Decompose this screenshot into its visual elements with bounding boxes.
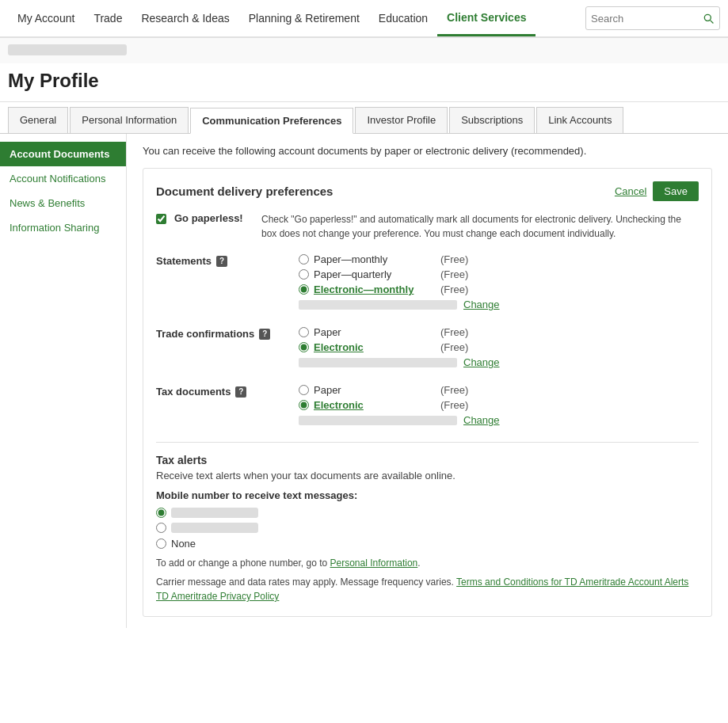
nav-education[interactable]: Education — [369, 0, 437, 36]
sidebar-item-account-notifications[interactable]: Account Notifications — [0, 166, 126, 191]
trade-conf-paper-row: Paper (Free) — [299, 326, 500, 338]
content-area: You can receive the following account do… — [127, 134, 728, 628]
trade-conf-electronic-radio[interactable] — [299, 342, 309, 352]
statements-section: Statements ? Paper—monthly (Free) Paper—… — [156, 253, 699, 310]
save-button[interactable]: Save — [653, 181, 699, 201]
tax-alerts-desc: Receive text alerts when your tax docume… — [156, 470, 699, 481]
main-content: Account Documents Account Notifications … — [0, 134, 728, 628]
nav-planning[interactable]: Planning & Retirement — [239, 0, 369, 36]
trade-conf-change-row: Change — [299, 356, 500, 368]
profile-tabs: General Personal Information Communicati… — [0, 102, 728, 134]
tax-docs-paper-price: (Free) — [440, 384, 488, 396]
page-title-bar: My Profile — [0, 63, 728, 102]
tax-docs-label: Tax documents — [156, 386, 231, 398]
privacy-link[interactable]: TD Ameritrade Privacy Policy — [156, 591, 279, 602]
delivery-prefs-header: Document delivery preferences Cancel Sav… — [156, 181, 699, 201]
terms-link[interactable]: Terms and Conditions for TD Ameritrade A… — [456, 576, 688, 588]
add-phone-note: To add or change a phone number, go to P… — [156, 557, 699, 569]
tab-personal-info[interactable]: Personal Information — [70, 107, 189, 133]
tax-docs-change-row: Change — [299, 414, 500, 426]
tab-investor-profile[interactable]: Investor Profile — [355, 107, 448, 133]
sidebar-item-account-documents[interactable]: Account Documents — [0, 142, 126, 166]
top-nav: My Account Trade Research & Ideas Planni… — [0, 0, 728, 38]
statements-account-bar — [299, 300, 457, 310]
tab-general[interactable]: General — [8, 107, 68, 133]
tax-docs-change-link[interactable]: Change — [463, 414, 500, 426]
trade-confirmations-section: Trade confirmations ? Paper (Free) Elect… — [156, 326, 699, 368]
trade-conf-options: Paper (Free) Electronic (Free) Change — [299, 326, 500, 368]
phone-radio-none[interactable] — [156, 538, 166, 549]
tax-documents-section: Tax documents ? Paper (Free) Electronic … — [156, 384, 699, 426]
nav-client-services[interactable]: Client Services — [437, 0, 536, 36]
statements-paper-quarterly-radio[interactable] — [299, 269, 309, 280]
statements-paper-quarterly-label: Paper—quarterly — [314, 268, 440, 280]
go-paperless-checkbox[interactable] — [156, 214, 166, 224]
tax-docs-electronic-price: (Free) — [440, 399, 488, 411]
trade-conf-paper-price: (Free) — [440, 326, 488, 338]
tab-link-accounts[interactable]: Link Accounts — [536, 107, 623, 133]
trade-conf-electronic-price: (Free) — [440, 341, 488, 353]
trade-conf-account-bar — [299, 358, 457, 367]
tax-docs-account-bar — [299, 416, 457, 425]
trade-conf-label: Trade confirmations — [156, 328, 254, 340]
statements-paper-monthly-label: Paper—monthly — [314, 253, 440, 265]
statements-options: Paper—monthly (Free) Paper—quarterly (Fr… — [299, 253, 500, 310]
go-paperless-row: Go paperless! Check "Go paperless!" and … — [156, 212, 699, 241]
trade-conf-change-link[interactable]: Change — [463, 356, 500, 368]
page-title: My Profile — [8, 70, 720, 92]
tax-alerts-title: Tax alerts — [156, 454, 699, 466]
sidebar-item-information-sharing[interactable]: Information Sharing — [0, 215, 126, 240]
tab-communication-prefs[interactable]: Communication Preferences — [190, 108, 353, 134]
tax-docs-help-icon[interactable]: ? — [235, 386, 246, 398]
delivery-prefs-box: Document delivery preferences Cancel Sav… — [143, 168, 712, 617]
tax-docs-electronic-row: Electronic (Free) — [299, 399, 500, 411]
statements-help-icon[interactable]: ? — [216, 256, 227, 267]
phone-number-2 — [171, 523, 258, 533]
statements-paper-quarterly-price: (Free) — [440, 268, 488, 280]
statements-electronic-monthly-row: Electronic—monthly (Free) — [299, 283, 500, 295]
content-intro: You can receive the following account do… — [143, 145, 712, 157]
statements-paper-monthly-radio[interactable] — [299, 254, 309, 264]
phone-option-1 — [156, 508, 699, 518]
personal-info-link[interactable]: Personal Information — [330, 557, 418, 569]
trade-conf-electronic-label: Electronic — [314, 341, 440, 353]
statements-change-row: Change — [299, 299, 500, 310]
tax-docs-options: Paper (Free) Electronic (Free) Change — [299, 384, 500, 426]
go-paperless-desc: Check "Go paperless!" and automatically … — [261, 212, 699, 241]
sidebar-item-news-benefits[interactable]: News & Benefits — [0, 191, 126, 215]
statements-paper-monthly-row: Paper—monthly (Free) — [299, 253, 500, 265]
trade-conf-help-icon[interactable]: ? — [259, 329, 270, 340]
trade-conf-electronic-row: Electronic (Free) — [299, 341, 500, 353]
phone-radio-1[interactable] — [156, 508, 166, 518]
phone-option-none: None — [156, 538, 699, 550]
statements-electronic-monthly-label: Electronic—monthly — [314, 283, 440, 295]
tab-subscriptions[interactable]: Subscriptions — [449, 107, 535, 133]
statements-electronic-monthly-radio[interactable] — [299, 284, 309, 295]
statements-paper-monthly-price: (Free) — [440, 253, 488, 265]
phone-radio-2[interactable] — [156, 523, 166, 533]
nav-research[interactable]: Research & Ideas — [131, 0, 238, 36]
statements-label: Statements — [156, 255, 212, 267]
user-bar — [0, 38, 728, 63]
tax-docs-paper-row: Paper (Free) — [299, 384, 500, 396]
search-icon — [702, 12, 715, 25]
delivery-prefs-title: Document delivery preferences — [156, 185, 333, 198]
tax-docs-electronic-radio[interactable] — [299, 400, 309, 410]
mobile-label: Mobile number to receive text messages: — [156, 489, 699, 501]
phone-none-label: None — [171, 538, 196, 550]
search-box — [585, 6, 720, 30]
statements-paper-quarterly-row: Paper—quarterly (Free) — [299, 268, 500, 280]
nav-trade[interactable]: Trade — [84, 0, 131, 36]
phone-number-1 — [171, 508, 258, 518]
tax-docs-paper-radio[interactable] — [299, 385, 309, 395]
tax-docs-paper-label: Paper — [314, 384, 440, 396]
header-actions: Cancel Save — [615, 181, 699, 201]
carrier-note: Carrier message and data rates may apply… — [156, 575, 699, 603]
nav-my-account[interactable]: My Account — [8, 0, 84, 36]
cancel-link[interactable]: Cancel — [615, 185, 646, 197]
statements-change-link[interactable]: Change — [463, 299, 500, 310]
sidebar: Account Documents Account Notifications … — [0, 134, 127, 628]
username-placeholder — [8, 44, 127, 55]
trade-conf-paper-radio[interactable] — [299, 327, 309, 337]
search-input[interactable] — [591, 13, 702, 25]
